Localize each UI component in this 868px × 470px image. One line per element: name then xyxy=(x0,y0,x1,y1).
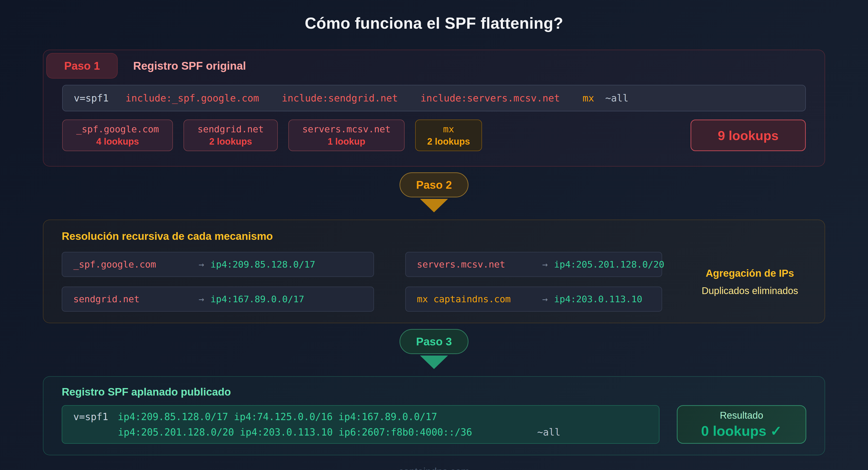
step2-badge: Paso 2 xyxy=(400,173,468,197)
arrow-right-icon: → xyxy=(199,259,204,270)
total-lookups-badge: 9 lookups xyxy=(690,120,806,151)
resolution-grid: _spf.google.com → ip4:209.85.128.0/17 se… xyxy=(62,252,806,312)
step3-heading: Registro SPF aplanado publicado xyxy=(62,386,806,398)
step1-badge-label: Paso 1 xyxy=(64,60,100,72)
lookup-chip-google: _spf.google.com 4 lookups xyxy=(62,120,173,151)
content-wrap: Paso 1 Registro SPF original v=spf1 incl… xyxy=(43,50,825,470)
all-token: ~all xyxy=(605,93,628,104)
step3-connector: Paso 3 xyxy=(43,329,825,369)
flattened-record-line1: v=spf1ip4:209.85.128.0/17 ip4:74.125.0.0… xyxy=(73,409,648,425)
mx-token: mx xyxy=(583,93,594,104)
chip-domain: servers.mcsv.net xyxy=(302,124,391,134)
arrow-down-triangle-amber xyxy=(420,199,448,212)
resolution-row-sendgrid: sendgrid.net → ip4:167.89.0.0/17 xyxy=(62,287,374,312)
aggregation-subtitle: Duplicados eliminados xyxy=(693,285,806,296)
arrow-right-icon: → xyxy=(542,294,548,305)
include-token-mcsv: include:servers.mcsv.net xyxy=(421,93,560,104)
mechanism-label: mx captaindns.com xyxy=(417,294,542,305)
chip-domain: _spf.google.com xyxy=(76,124,159,134)
resolved-ip: ip4:167.89.0.0/17 xyxy=(211,294,304,305)
flattened-record-line2: ip4:205.201.128.0/20 ip4:203.0.113.10 ip… xyxy=(73,425,648,440)
spf-version-token: v=spf1 xyxy=(73,411,108,422)
step3-badge: Paso 3 xyxy=(400,329,468,354)
step3-row: v=spf1ip4:209.85.128.0/17 ip4:74.125.0.0… xyxy=(62,405,806,444)
result-value: 0 lookups ✓ xyxy=(701,423,782,439)
resolved-ip: ip4:203.0.113.10 xyxy=(554,294,642,305)
step2-connector: Paso 2 xyxy=(43,173,825,212)
lookup-chip-sendgrid: sendgrid.net 2 lookups xyxy=(184,120,278,151)
include-token-sendgrid: include:sendgrid.net xyxy=(282,93,398,104)
step1-badge: Paso 1 xyxy=(46,53,118,79)
mechanism-label: sendgrid.net xyxy=(73,294,199,305)
lookup-chip-mcsv: servers.mcsv.net 1 lookup xyxy=(288,120,405,151)
step1-body: v=spf1 include:_spf.google.com include:s… xyxy=(43,79,825,166)
result-label: Resultado xyxy=(720,410,763,421)
resolution-row-google: _spf.google.com → ip4:209.85.128.0/17 xyxy=(62,252,374,277)
original-spf-record: v=spf1 include:_spf.google.com include:s… xyxy=(62,85,806,112)
flattened-ips-line2: ip4:205.201.128.0/20 ip4:203.0.113.10 ip… xyxy=(118,427,472,438)
aggregation-note: Agregación de IPs Duplicados eliminados xyxy=(693,268,806,296)
flattened-spf-record: v=spf1ip4:209.85.128.0/17 ip4:74.125.0.0… xyxy=(62,405,659,444)
page-title: Cómo funciona el SPF flattening? xyxy=(0,0,868,32)
chip-count: 4 lookups xyxy=(76,136,159,147)
step1-panel: Paso 1 Registro SPF original v=spf1 incl… xyxy=(43,50,825,166)
chip-count: 2 lookups xyxy=(197,136,264,147)
step1-header: Paso 1 Registro SPF original xyxy=(43,50,825,79)
include-token-google: include:_spf.google.com xyxy=(126,93,259,104)
arrow-down-triangle-green xyxy=(420,355,448,369)
spf-version-token: v=spf1 xyxy=(74,93,109,104)
all-token: ~all xyxy=(537,427,560,438)
arrow-right-icon: → xyxy=(199,294,204,305)
lookup-chips-row: _spf.google.com 4 lookups sendgrid.net 2… xyxy=(62,120,806,151)
chip-domain: sendgrid.net xyxy=(197,124,264,134)
mechanism-label: servers.mcsv.net xyxy=(417,259,542,270)
step2-heading: Resolución recursiva de cada mecanismo xyxy=(62,230,806,242)
chip-count: 2 lookups xyxy=(427,136,470,147)
lookup-chip-mx: mx 2 lookups xyxy=(415,120,482,151)
chip-domain: mx xyxy=(427,124,470,134)
footer-brand: captaindns.com xyxy=(43,466,825,470)
flattened-ips-line1: ip4:209.85.128.0/17 ip4:74.125.0.0/16 ip… xyxy=(118,411,437,422)
resolution-row-mcsv: servers.mcsv.net → ip4:205.201.128.0/20 xyxy=(405,252,662,277)
infographic-canvas: Cómo funciona el SPF flattening? Paso 1 … xyxy=(0,0,868,470)
resolution-row-mx: mx captaindns.com → ip4:203.0.113.10 xyxy=(405,287,662,312)
step2-panel: Resolución recursiva de cada mecanismo _… xyxy=(43,220,825,323)
mechanism-label: _spf.google.com xyxy=(73,259,199,270)
step3-panel: Registro SPF aplanado publicado v=spf1ip… xyxy=(43,376,825,455)
aggregation-title: Agregación de IPs xyxy=(693,268,806,279)
resolved-ip: ip4:209.85.128.0/17 xyxy=(211,259,315,270)
resolved-ip: ip4:205.201.128.0/20 xyxy=(554,259,664,270)
arrow-right-icon: → xyxy=(542,259,548,270)
result-box: Resultado 0 lookups ✓ xyxy=(677,405,806,444)
chip-count: 1 lookup xyxy=(302,136,391,147)
step1-heading: Registro SPF original xyxy=(133,59,246,72)
